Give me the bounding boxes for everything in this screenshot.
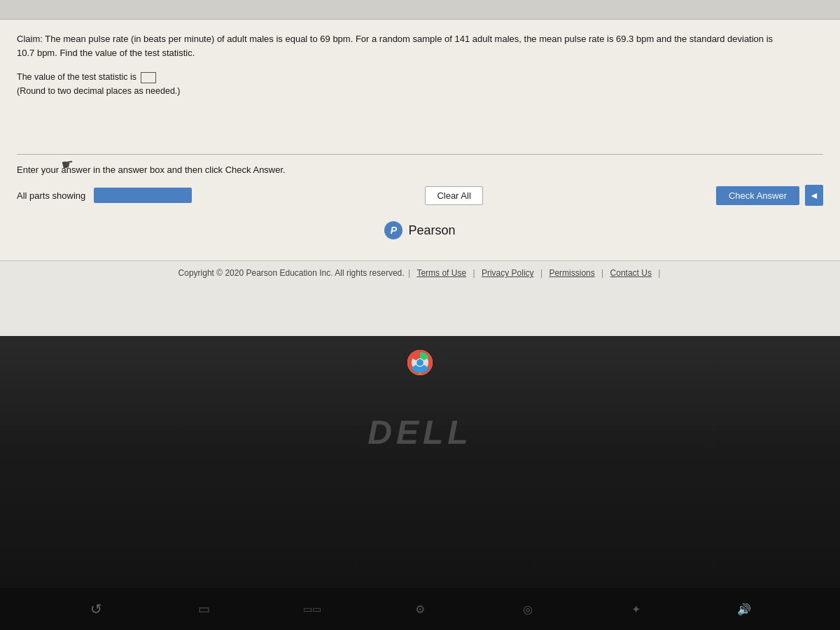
left-section: All parts showing xyxy=(17,188,192,203)
footer-sep-3: | xyxy=(540,268,542,278)
browser-top-bar xyxy=(0,0,840,20)
cursor-icon: ☛ xyxy=(60,155,76,174)
answer-prompt: The value of the test statistic is (Roun… xyxy=(17,70,823,98)
chrome-icon-wrap xyxy=(407,350,433,378)
star-icon[interactable]: ✦ xyxy=(625,598,648,620)
split-window-icon[interactable]: ▭▭ xyxy=(301,598,323,620)
footer-copyright: Copyright © 2020 Pearson Education Inc. … xyxy=(178,268,405,278)
answer-input-box[interactable] xyxy=(141,72,156,83)
all-parts-label: All parts showing xyxy=(17,190,85,201)
check-answer-button[interactable]: Check Answer xyxy=(716,186,799,205)
clear-all-button[interactable]: Clear All xyxy=(425,186,482,205)
footer-sep-4: | xyxy=(601,268,603,278)
pearson-name: Pearson xyxy=(408,223,455,238)
footer-terms-link[interactable]: Terms of Use xyxy=(416,268,466,278)
divider xyxy=(17,154,823,155)
pearson-area: P Pearson xyxy=(17,214,823,249)
refresh-icon[interactable]: ↺ xyxy=(85,598,107,620)
claim-text: Claim: The mean pulse rate (in beats per… xyxy=(17,32,787,60)
content-area: Claim: The mean pulse rate (in beats per… xyxy=(0,20,840,260)
dell-logo: DELL xyxy=(368,413,472,451)
footer-permissions-link[interactable]: Permissions xyxy=(549,268,594,278)
enter-answer-text: Enter your answer in the answer box and … xyxy=(17,164,823,175)
action-bar: All parts showing Clear All Check Answer… xyxy=(17,185,823,214)
svg-point-3 xyxy=(416,359,424,366)
brightness-icon[interactable]: ◎ xyxy=(517,598,539,620)
window-icon[interactable]: ▭ xyxy=(192,598,215,620)
pearson-logo-icon: P xyxy=(384,221,402,239)
svg-point-4 xyxy=(419,372,421,375)
footer-sep-2: | xyxy=(472,268,475,278)
bottom-taskbar: ↺ ▭ ▭▭ ⚙ ◎ ✦ 🔊 xyxy=(0,588,840,630)
footer-sep-1: | xyxy=(408,268,410,278)
pearson-logo-letter: P xyxy=(391,225,397,236)
chrome-icon xyxy=(407,350,433,375)
right-section: Check Answer ◄ xyxy=(716,185,823,206)
footer-text: Copyright © 2020 Pearson Education Inc. … xyxy=(0,268,840,278)
screen-area: Claim: The mean pulse rate (in beats per… xyxy=(0,0,840,336)
laptop-body: DELL ↺ ▭ ▭▭ ⚙ ◎ ✦ 🔊 xyxy=(0,336,840,630)
center-section: Clear All xyxy=(192,186,716,205)
answer-prompt-line1: The value of the test statistic is xyxy=(17,72,136,82)
footer-area: Copyright © 2020 Pearson Education Inc. … xyxy=(0,260,840,285)
footer-contact-link[interactable]: Contact Us xyxy=(610,268,652,278)
footer-sep-5: | xyxy=(658,268,660,278)
volume-icon[interactable]: 🔊 xyxy=(733,598,755,620)
next-arrow-button[interactable]: ◄ xyxy=(805,185,823,206)
answer-prompt-line2: (Round to two decimal places as needed.) xyxy=(17,86,180,96)
footer-privacy-link[interactable]: Privacy Policy xyxy=(482,268,534,278)
progress-bar xyxy=(94,188,192,203)
search-icon[interactable]: ⚙ xyxy=(409,598,431,620)
